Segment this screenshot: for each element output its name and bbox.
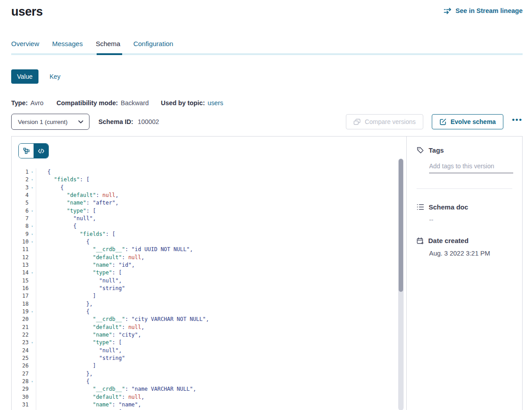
code-line: 21 "default": null, [12, 324, 406, 331]
code-line: 17 ] [12, 292, 406, 300]
line-number: 8 [26, 222, 29, 230]
fold-toggle-icon[interactable]: ▾ [29, 238, 36, 246]
add-tags-input[interactable] [429, 162, 513, 173]
compatibility-label: Compatibility mode: [56, 99, 118, 107]
tree-view-button[interactable] [19, 144, 34, 158]
line-number: 20 [22, 316, 29, 323]
code-line: 13 "name": "id", [12, 261, 406, 269]
sidebar-divider [417, 188, 512, 189]
code-line-text: }, [36, 300, 93, 308]
fold-toggle-icon[interactable]: ▾ [29, 168, 36, 176]
tab-schema[interactable]: Schema [96, 40, 120, 53]
code-line: 12 "default": null, [12, 254, 406, 261]
used-by-topic-label: Used by topic: [161, 99, 205, 107]
list-icon [417, 204, 424, 210]
version-select[interactable]: Version 1 (current) [11, 114, 89, 130]
line-number: 7 [26, 215, 29, 222]
schema-panel: 1▾{2▾ "fields": [3▾ {4 "default": null,5… [11, 136, 523, 410]
edit-icon [439, 118, 447, 125]
code-line-text: "default": null, [36, 324, 145, 331]
compare-versions-button[interactable]: Compare versions [346, 114, 423, 129]
code-line: 15 "null", [12, 277, 406, 285]
code-line-text: "__crdb__": "id UUID NOT NULL", [36, 246, 193, 253]
code-view-button[interactable] [34, 144, 48, 158]
editor-scrollbar-thumb[interactable] [399, 159, 403, 292]
code-line: 11 "__crdb__": "id UUID NOT NULL", [12, 246, 406, 253]
active-tab-indicator [97, 53, 122, 55]
line-number: 1 [26, 168, 29, 176]
code-line: 3▾ { [12, 184, 406, 192]
line-number: 13 [22, 261, 29, 269]
code-line-text: "__crdb__": "city VARCHAR NOT NULL", [36, 316, 209, 323]
compatibility-value: Backward [121, 99, 149, 107]
code-line: 8▾ { [12, 222, 406, 230]
date-created-heading: Date created [417, 237, 513, 244]
line-number: 9 [26, 231, 29, 238]
code-line-text: "type": [ [36, 269, 122, 277]
fold-toggle-icon[interactable]: ▾ [29, 176, 36, 184]
fold-toggle-icon[interactable]: ▾ [29, 339, 36, 346]
code-line: 29 "__crdb__": "name VARCHAR NULL", [12, 385, 406, 393]
code-line-text: }, [36, 370, 93, 378]
tags-section-heading: Tags [417, 146, 513, 154]
line-number: 28 [22, 378, 29, 385]
schema-id-value: 100002 [138, 118, 159, 125]
page-title: users [11, 4, 43, 19]
tab-messages[interactable]: Messages [52, 40, 83, 53]
line-number: 18 [22, 300, 29, 308]
line-number: 10 [22, 238, 29, 246]
used-by-topic-link[interactable]: users [208, 99, 223, 107]
code-line: 5 "name": "after", [12, 199, 406, 207]
evolve-schema-button[interactable]: Evolve schema [432, 114, 503, 129]
schema-page: users See in Stream lineage Overview Mes… [0, 0, 532, 410]
fold-toggle-icon[interactable]: ▾ [29, 184, 36, 192]
compare-versions-icon [353, 119, 361, 125]
stream-lineage-icon [444, 8, 452, 14]
fold-toggle-icon[interactable]: ▾ [29, 222, 36, 230]
line-number: 23 [22, 339, 29, 346]
schema-doc-heading: Schema doc [417, 203, 513, 211]
line-number: 30 [22, 393, 29, 401]
tab-underline-bar [11, 53, 523, 55]
line-number: 26 [22, 362, 29, 370]
code-line-text: "null", [36, 347, 122, 354]
tab-overview[interactable]: Overview [11, 40, 39, 53]
line-number: 3 [26, 184, 29, 192]
more-options-button[interactable]: ••• [512, 118, 523, 126]
schema-doc-value: -- [429, 216, 513, 223]
fold-toggle-icon[interactable]: ▾ [29, 378, 36, 385]
fold-toggle-icon[interactable]: ▾ [29, 308, 36, 316]
fold-toggle-icon[interactable]: ▾ [29, 207, 36, 215]
tag-icon [417, 146, 424, 154]
code-line-text: { [36, 378, 89, 385]
code-line-text: ] [36, 362, 96, 370]
code-line-text: "name": "name", [36, 401, 141, 409]
line-number: 21 [22, 324, 29, 331]
line-number: 27 [22, 370, 29, 378]
line-number: 25 [22, 354, 29, 362]
line-number: 19 [22, 308, 29, 316]
line-number: 31 [22, 401, 29, 409]
line-number: 12 [22, 254, 29, 261]
code-line-text: "type": [ [36, 207, 96, 215]
tab-strip: Overview Messages Schema Configuration [11, 40, 523, 53]
code-line: 24 "null", [12, 347, 406, 354]
line-number: 11 [22, 246, 29, 253]
code-line: 4 "default": null, [12, 192, 406, 199]
code-line: 18 }, [12, 300, 406, 308]
see-in-stream-lineage-link[interactable]: See in Stream lineage [444, 7, 523, 14]
fold-toggle-icon[interactable]: ▾ [29, 231, 36, 238]
code-line: 22 "name": "city", [12, 331, 406, 339]
code-line-text: "default": null, [36, 393, 145, 401]
line-number: 5 [26, 199, 29, 207]
code-line: 9▾ "fields": [ [12, 231, 406, 238]
key-toggle-button[interactable]: Key [50, 73, 60, 80]
line-number: 15 [22, 277, 29, 285]
code-editor: 1▾{2▾ "fields": [3▾ {4 "default": null,5… [12, 168, 406, 410]
value-toggle-button[interactable]: Value [11, 69, 38, 84]
fold-toggle-icon[interactable]: ▾ [29, 269, 36, 277]
date-created-value: Aug. 3 2022 3:21 PM [429, 250, 513, 257]
line-number: 22 [22, 331, 29, 339]
editor-scrollbar-track[interactable] [398, 158, 404, 410]
tab-configuration[interactable]: Configuration [133, 40, 173, 53]
